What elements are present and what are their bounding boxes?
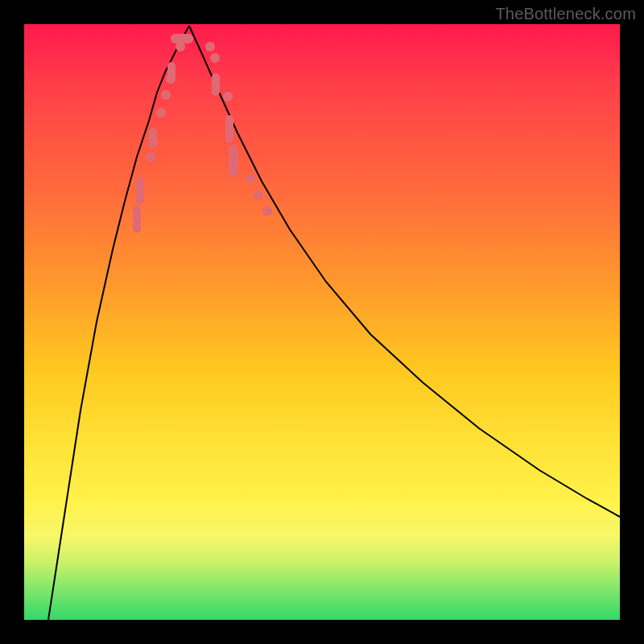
data-marker — [171, 34, 193, 43]
markers-group — [133, 34, 272, 233]
data-marker — [246, 174, 255, 184]
data-marker — [161, 90, 171, 100]
outer-frame: TheBottleneck.com — [0, 0, 644, 644]
data-marker — [210, 53, 220, 63]
left-curve — [48, 26, 189, 620]
data-marker — [167, 62, 175, 80]
data-marker — [156, 108, 166, 118]
right-curve — [189, 26, 620, 517]
data-marker — [229, 145, 238, 177]
watermark-text: TheBottleneck.com — [495, 5, 636, 23]
data-marker — [262, 206, 272, 216]
chart-svg — [24, 24, 620, 620]
data-marker — [146, 152, 155, 162]
data-marker — [254, 190, 263, 200]
data-marker — [136, 177, 144, 204]
plot-area — [24, 24, 620, 620]
data-marker — [205, 42, 215, 52]
data-marker — [149, 128, 157, 144]
data-marker — [133, 205, 141, 233]
data-marker — [223, 92, 233, 101]
data-marker — [212, 73, 220, 96]
data-marker — [225, 115, 233, 142]
